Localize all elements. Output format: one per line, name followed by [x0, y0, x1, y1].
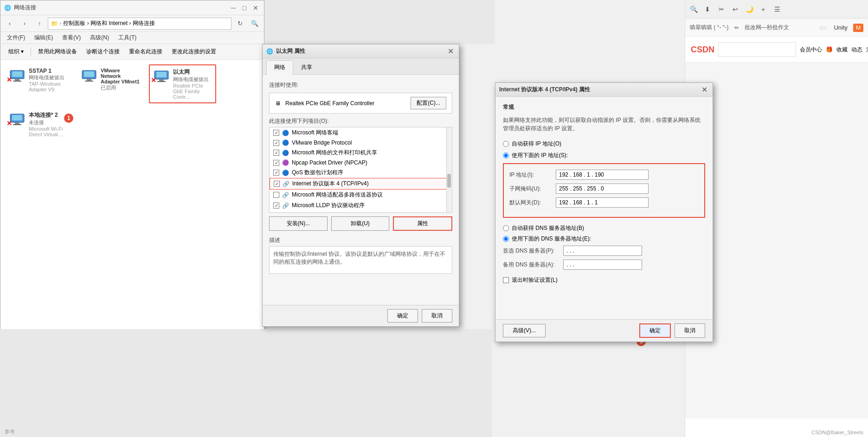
listbox-item-label: QoS 数据包计划程序 — [292, 169, 343, 177]
up-button[interactable]: ↑ — [33, 17, 46, 30]
listbox-item[interactable]: 🔗 Microsoft 网络适配器多路传送器协议 — [270, 190, 452, 200]
svg-rect-11 — [157, 81, 166, 82]
list-item[interactable]: ✕ 以太网 网络电缆被拔出 Realtek PCIe GbE Family Co… — [149, 64, 216, 103]
messages-link[interactable]: 消息 — [866, 46, 868, 54]
checkbox[interactable] — [273, 192, 279, 198]
scrollbar-thumb[interactable] — [447, 174, 451, 188]
browser-add-icon[interactable]: + — [757, 3, 770, 16]
eth-cancel-button[interactable]: 取消 — [422, 309, 452, 323]
tcp-close-button[interactable]: ✕ — [700, 85, 709, 95]
checkbox[interactable] — [273, 160, 279, 166]
config-button[interactable]: 配置(C)... — [411, 97, 446, 109]
maximize-button[interactable]: □ — [240, 3, 249, 13]
svg-rect-5 — [84, 71, 94, 77]
menu-edit[interactable]: 编辑(E) — [30, 32, 58, 43]
uninstall-button[interactable]: 卸载(U) — [331, 216, 390, 231]
disconnect-x-icon: ✕ — [6, 120, 12, 127]
diagnose-button[interactable]: 诊断这个连接 — [82, 46, 124, 58]
csdn-tool-icon1: ✏ — [734, 25, 739, 31]
close-button[interactable]: ✕ — [251, 3, 260, 13]
auto-dns-radio[interactable] — [503, 225, 509, 231]
forward-button[interactable]: › — [18, 17, 31, 30]
tcp-ok-button[interactable]: 确定 — [639, 323, 671, 338]
rename-button[interactable]: 重命名此连接 — [125, 46, 167, 58]
refresh-button[interactable]: ↻ — [233, 17, 246, 30]
list-item[interactable]: VMware Network Adapter VMnet1 已启用 — [77, 64, 144, 103]
nav-bar: ‹ › ↑ 📁 › 控制面板 › 网络和 Internet › 网络连接 ↻ 🔍 — [0, 15, 264, 32]
install-button[interactable]: 安装(N)... — [269, 216, 328, 231]
tcp-footer-btns: 确定 取消 — [639, 323, 705, 338]
item-status: 网络电缆被拔出 — [173, 76, 212, 83]
activity-link[interactable]: 动态 — [851, 46, 862, 54]
browser-search-icon[interactable]: 🔍 — [687, 3, 700, 16]
tab-network[interactable]: 网络 — [266, 60, 293, 75]
checkbox[interactable] — [273, 150, 279, 156]
secondary-dns-input[interactable]: . . . — [563, 260, 642, 270]
tcp-cancel-button[interactable]: 取消 — [675, 323, 705, 338]
tcp-dialog-body: 常规 如果网络支持此功能，则可以获取自动指派的 IP 设置。否则，你需要从网络系… — [495, 97, 713, 297]
menu-view[interactable]: 查看(V) — [58, 32, 85, 43]
primary-dns-input[interactable]: . . . — [563, 246, 642, 256]
exit-validate-checkbox[interactable] — [503, 277, 509, 283]
menu-file[interactable]: 文件(F) — [2, 32, 30, 43]
listbox-item[interactable]: 🔵 VMware Bridge Protocol — [270, 138, 452, 147]
subnet-input[interactable]: 255 . 255 . 255 . 0 — [556, 184, 649, 194]
auto-ip-radio[interactable] — [503, 141, 509, 147]
vip-center-link[interactable]: 会员中心 — [800, 46, 822, 54]
listbox-item[interactable]: 🟣 Npcap Packet Driver (NPCAP) — [270, 158, 452, 167]
listbox-item[interactable]: 🔗 Microsoft LLDP 协议驱动程序 — [270, 200, 452, 211]
address-bar[interactable]: 📁 › 控制面板 › 网络和 Internet › 网络连接 — [48, 18, 231, 30]
search-icon[interactable]: 🔍 — [248, 17, 261, 30]
exit-validate-row: 退出时验证设置(L) — [503, 276, 705, 284]
manual-ip-radio[interactable] — [503, 152, 509, 158]
browser-download-icon[interactable]: ⬇ — [701, 3, 714, 16]
browser-moon-icon[interactable]: 🌙 — [743, 3, 756, 16]
protocol-icon: 🔵 — [282, 170, 289, 176]
listbox-item[interactable]: 🔵 Microsoft 网络的文件和打印机共享 — [270, 147, 452, 158]
list-item[interactable]: ✕ 本地连接* 2 未连接 Microsoft Wi-Fi Direct Vir… — [5, 108, 72, 140]
properties-button[interactable]: 属性 — [393, 216, 452, 231]
minimize-button[interactable]: ─ — [229, 3, 238, 13]
items-listbox[interactable]: 🔵 Microsoft 网络客端 🔵 VMware Bridge Protoco… — [269, 127, 452, 213]
folder-icon: 📁 — [51, 20, 58, 27]
gateway-input[interactable]: 192 . 168 . 1 . 1 — [556, 197, 649, 208]
csdn-tool-item2[interactable]: 批改网—秒批作文 — [745, 24, 789, 32]
disable-button[interactable]: 禁用此网络设备 — [34, 46, 81, 58]
organize-button[interactable]: 组织 ▾ — [4, 46, 28, 58]
advanced-button[interactable]: 高级(V)... — [503, 324, 546, 337]
explorer-bg-bottom: 参考 — [0, 329, 492, 437]
desc-label: 描述 — [269, 236, 452, 244]
browser-cut-icon[interactable]: ✂ — [715, 3, 728, 16]
browser-menu-icon[interactable]: ☰ — [771, 3, 784, 16]
eth-close-button[interactable]: ✕ — [446, 47, 455, 56]
change-settings-button[interactable]: 更改此连接的设置 — [167, 46, 220, 58]
svg-rect-15 — [13, 124, 21, 125]
eth-dialog-body: 连接时使用: 🖥 Realtek PCIe GbE Family Control… — [263, 75, 459, 287]
checkbox[interactable] — [274, 181, 280, 187]
manual-dns-radio[interactable] — [503, 236, 509, 242]
checkbox[interactable] — [273, 130, 279, 136]
menu-tools[interactable]: 工具(T) — [114, 32, 141, 43]
eth-ok-button[interactable]: 确定 — [387, 309, 418, 323]
secondary-dns-value: . . . — [566, 261, 574, 268]
csdn-search-input[interactable] — [718, 42, 796, 57]
checkbox[interactable] — [273, 203, 279, 209]
item-adapter: Microsoft Wi-Fi Direct Virtual ... — [29, 126, 69, 137]
csdn-tool-item1[interactable]: 嗔晕嗔嗔 ( °- °-) — [690, 24, 729, 32]
browser-undo-icon[interactable]: ↩ — [729, 3, 742, 16]
checkbox[interactable] — [273, 170, 279, 176]
checkbox[interactable] — [273, 140, 279, 146]
tcp-dialog-title: Internet 协议版本 4 (TCP/IPv4) 属性 — [499, 86, 590, 94]
list-item[interactable]: ✕ SSTAP 1 网络电缆被拔出 TAP-Windows Adapter V9 — [5, 64, 72, 103]
ip-addr-input[interactable]: 192 . 168 . 1 . 190 — [556, 170, 649, 180]
menu-advanced[interactable]: 高级(N) — [85, 32, 114, 43]
eth-dialog-titlebar: 🌐 以太网 属性 ✕ — [263, 44, 459, 58]
listbox-item[interactable]: 🔗 Internet 协议版本 4 (TCP/IPv4) — [270, 178, 452, 190]
protocol-icon: 🔵 — [282, 130, 289, 136]
tab-share[interactable]: 共享 — [293, 60, 320, 74]
favorites-link[interactable]: 收藏 — [836, 46, 848, 54]
listbox-item[interactable]: 🔵 QoS 数据包计划程序 — [270, 167, 452, 178]
listbox-item[interactable]: 🔵 Microsoft 网络客端 — [270, 127, 452, 138]
back-button[interactable]: ‹ — [3, 17, 16, 30]
listbox-scrollbar[interactable] — [446, 127, 452, 212]
